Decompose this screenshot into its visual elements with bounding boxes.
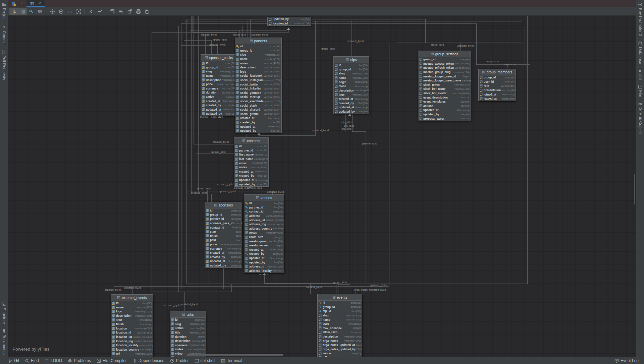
- table-group_settings[interactable]: group_settingsgroup_idchar(36)meetup_acc…: [418, 51, 471, 121]
- column-row-slack_bot_avatar[interactable]: slack_bot_avatarvarchar(1024): [418, 91, 471, 96]
- column-row-meetupgroup[interactable]: meetupgroupvarchar(80): [244, 239, 284, 243]
- column-row-currency[interactable]: currencyvarchar(10): [205, 246, 242, 251]
- column-row-group_id[interactable]: group_idchar(36): [235, 49, 281, 53]
- table-key-button[interactable]: [9, 8, 18, 15]
- column-row-updated_by[interactable]: updated_bychar(36): [418, 112, 471, 117]
- column-row-presentation[interactable]: presentationvarchar(4096): [479, 88, 516, 93]
- column-row-updated_at[interactable]: updated_attimestamp: [205, 259, 242, 263]
- column-row-leaved_at[interactable]: leaved_attimestamp: [479, 97, 516, 101]
- column-row-updated_at[interactable]: updated_attimestamp: [334, 105, 369, 110]
- column-row-slack_bot_name[interactable]: slack_bot_namevarchar(120): [418, 87, 471, 91]
- tool-window-button-commit[interactable]: Commit: [2, 23, 6, 47]
- tool-window-button-github-copilot[interactable]: GitHub Copilot: [638, 100, 643, 136]
- column-row-id[interactable]: idchar(36): [111, 301, 153, 305]
- column-row-social_instagram[interactable]: social_instagramvarchar(1024): [235, 78, 281, 82]
- close-icon[interactable]: [38, 1, 42, 6]
- column-row-social_github[interactable]: social_githubvarchar(1024): [235, 112, 281, 116]
- column-row-updated_at[interactable]: updated_attimestamp: [234, 178, 268, 182]
- column-row-slug[interactable]: slugvarchar(120): [170, 322, 206, 326]
- column-row-created_at[interactable]: created_attimestamp: [205, 251, 242, 255]
- column-row-finish[interactable]: finishdate: [205, 234, 242, 238]
- column-row-created_by[interactable]: created_bychar(36): [201, 103, 236, 108]
- table-header-group_settings[interactable]: group_settings: [418, 51, 471, 57]
- statusbar-item-profiler[interactable]: Profiler: [170, 358, 189, 363]
- column-row-social_youtube[interactable]: social_youtubevarchar(1024): [235, 91, 281, 95]
- column-row-event_description[interactable]: event_descriptionvarchar: [418, 95, 471, 100]
- column-row-social_facebook[interactable]: social_facebookvarchar(1024): [235, 74, 281, 78]
- column-row-updated_by[interactable]: updated_bychar(36): [234, 182, 268, 186]
- column-row-meetup_logged_user_id[interactable]: meetup_logged_user_idbigint: [418, 74, 471, 78]
- zoom-out-button[interactable]: [57, 8, 65, 15]
- column-row-notes[interactable]: notesvarchar(4096): [244, 231, 284, 235]
- column-row-finish[interactable]: finishtimestamp: [111, 322, 153, 326]
- column-row-updated_by[interactable]: updated_bychar(36): [244, 260, 284, 264]
- statusbar-item-problems[interactable]: Problems: [68, 358, 91, 363]
- column-row-meetup_logged_user_name[interactable]: meetup_logged_user_namevarchar(120): [418, 78, 471, 83]
- table-sponsor_packs[interactable]: sponsor_packsidchar(36)group_idchar(36)s…: [201, 54, 237, 116]
- table-group_members[interactable]: group_membersgroup_idchar(36)user_idchar…: [478, 69, 516, 101]
- column-row-first_name[interactable]: first_namevarchar(120): [234, 153, 268, 157]
- column-row-group_id[interactable]: group_idchar(36): [334, 67, 369, 72]
- column-row-status[interactable]: statusvarchar(10): [170, 326, 206, 330]
- statusbar-item-sbt-shell[interactable]: sbt shell: [195, 358, 215, 363]
- column-row-social_discord[interactable]: social_discordvarchar(1024): [235, 108, 281, 112]
- column-row-email[interactable]: emailvarchar(120): [234, 161, 268, 165]
- column-row-price[interactable]: pricedouble precision: [201, 82, 236, 86]
- table-header-venues[interactable]: venues: [244, 195, 284, 201]
- column-row-slug[interactable]: slugvarchar(120): [201, 69, 236, 74]
- column-row-contact_id[interactable]: contact_idchar(36): [205, 225, 242, 230]
- column-row-slides[interactable]: slidesvarchar(1024): [170, 347, 206, 352]
- actual-size-button[interactable]: 1:1: [65, 8, 74, 15]
- column-row-group_id[interactable]: group_idchar(36): [318, 305, 362, 309]
- column-row-meetupvenue[interactable]: meetupvenuebigint: [244, 243, 284, 248]
- column-row-id[interactable]: idchar(36): [318, 301, 362, 305]
- column-row-actions[interactable]: actionsvarchar: [418, 104, 471, 108]
- column-row-notes[interactable]: notesvarchar(4096): [235, 61, 281, 65]
- column-row-updated_by[interactable]: updated_bychar(36): [201, 112, 236, 116]
- table-header-external_events[interactable]: external_events: [111, 295, 153, 301]
- table-cfps[interactable]: cfpsidchar(36)group_idchar(36)slugvarcha…: [333, 56, 369, 114]
- table-header-sponsors[interactable]: sponsors: [205, 202, 242, 208]
- table-header-contacts[interactable]: contacts: [234, 138, 268, 144]
- column-row-slug[interactable]: slugvarchar(120): [318, 313, 362, 318]
- table-partners[interactable]: partnersidchar(36)group_idchar(36)slugva…: [235, 38, 282, 133]
- column-row-close[interactable]: closetimestamp: [334, 84, 369, 88]
- table-talks[interactable]: talksidchar(36)slugvarchar(120)statusvar…: [170, 311, 206, 357]
- table-header-group_members[interactable]: group_members: [479, 69, 516, 75]
- column-row-created_by[interactable]: created_bychar(36): [334, 101, 369, 105]
- column-row-meetup_refresh_token[interactable]: meetup_refresh_tokenvarchar(200): [418, 66, 471, 70]
- column-row-created_at[interactable]: created_attimestamp: [334, 97, 369, 101]
- column-row-paid[interactable]: paiddate: [205, 238, 242, 242]
- column-row-id[interactable]: idchar(36): [205, 208, 242, 213]
- export-button[interactable]: [125, 8, 134, 15]
- column-row-created_at[interactable]: created_attimestamp: [201, 99, 236, 103]
- column-row-duration[interactable]: durationvarchar(20): [201, 90, 236, 95]
- statusbar-item-terminal[interactable]: Terminal: [221, 358, 242, 363]
- column-row-id[interactable]: idchar(36): [244, 201, 284, 205]
- column-row-created_by[interactable]: created_bychar(36): [205, 255, 242, 259]
- tool-window-button-elm[interactable]: Elm: [638, 82, 643, 100]
- statusbar-item-todo[interactable]: TODO: [45, 358, 62, 363]
- vertical-scrollbar[interactable]: [634, 174, 635, 204]
- close-icon[interactable]: [20, 1, 23, 6]
- print-button[interactable]: [134, 8, 143, 15]
- column-row-slack_token[interactable]: slack_tokenvarchar(200): [418, 83, 471, 87]
- column-row-id[interactable]: idchar(36): [170, 318, 206, 322]
- column-row-location_id[interactable]: location_idvarchar(150): [111, 330, 153, 335]
- column-row-updated_at[interactable]: updated_attimestamp: [244, 256, 284, 260]
- column-row-contact_id[interactable]: contact_idchar(36): [244, 209, 284, 214]
- column-row-updated_by[interactable]: updated_bychar(36): [235, 129, 281, 133]
- column-row-location_lat[interactable]: location_latdouble precision: [111, 335, 153, 339]
- column-row-sponsor_pack_id[interactable]: sponsor_pack_idchar(36): [205, 221, 242, 226]
- tool-window-button-bookmarks[interactable]: Bookmarks: [2, 326, 6, 357]
- statusbar-item-elm-compiler[interactable]: Elm Compiler: [97, 358, 127, 363]
- column-row-allow_rsvp[interactable]: allow_rsvpboolean: [318, 330, 362, 335]
- column-row-id[interactable]: idchar(36): [201, 61, 236, 65]
- column-row-name[interactable]: namevarchar(120): [235, 57, 281, 61]
- column-row-proposal_tweet[interactable]: proposal_tweetvarchar: [418, 116, 471, 121]
- jump-to-button[interactable]: [95, 8, 104, 15]
- column-row-social_twitter[interactable]: social_twittervarchar(1024): [235, 82, 281, 86]
- key-button[interactable]: [27, 8, 36, 15]
- tool-window-button-structure[interactable]: Structure: [2, 300, 6, 326]
- column-row-description[interactable]: descriptionvarchar(4096): [170, 339, 206, 343]
